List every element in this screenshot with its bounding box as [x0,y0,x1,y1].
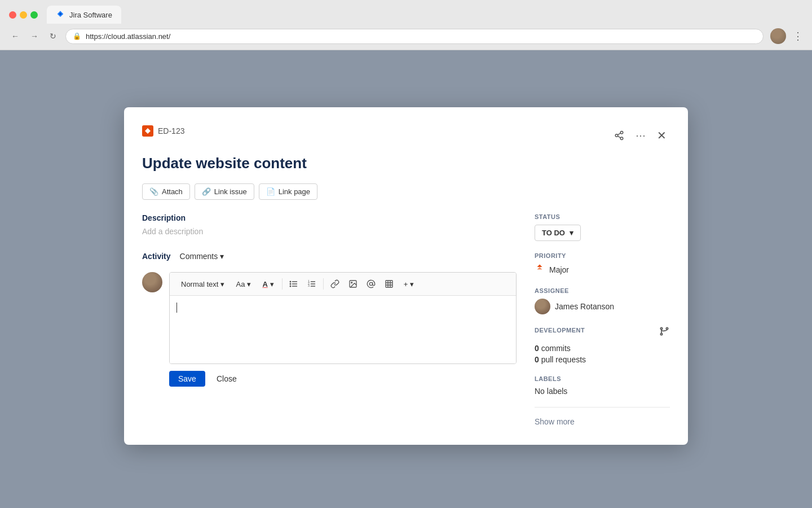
pull-requests-count: 0 [535,355,539,364]
priority-row: Major [535,264,670,276]
color-chevron: ▾ [270,280,274,288]
svg-point-5 [289,281,291,283]
assignee-section: ASSIGNEE James Rotanson [535,287,670,314]
assignee-label: ASSIGNEE [535,287,670,294]
status-dropdown[interactable]: TO DO ▾ [535,225,581,241]
more-toolbar-chevron: ▾ [410,280,414,288]
more-actions-button[interactable]: ⋯ [632,126,649,145]
status-value: TO DO [542,229,565,237]
text-style-label: Normal text [181,280,218,288]
attach-button[interactable]: 📎 Attach [142,183,190,200]
more-options-button[interactable]: ⋮ [793,30,803,42]
assignee-row: James Rotanson [535,299,670,314]
link-page-label: Link page [279,187,310,196]
share-button[interactable] [611,127,628,144]
address-bar[interactable]: 🔒 https://cloud.atlassian.net/ [65,29,764,44]
cursor [176,303,177,313]
forward-button[interactable]: → [28,29,41,43]
fullscreen-traffic-light[interactable] [30,11,38,19]
issue-id: ED-123 [158,126,184,135]
attach-icon: 📎 [149,187,158,196]
traffic-lights [9,11,38,19]
activity-label: Activity [142,252,171,261]
tab-title: Jira Software [69,11,112,19]
text-style-chevron: ▾ [220,280,224,288]
back-button[interactable]: ← [9,29,21,43]
description-placeholder[interactable]: Add a description [142,227,517,236]
modal-header: ED-123 ⋯ ✕ [142,125,670,146]
attach-label: Attach [162,187,183,196]
svg-point-7 [289,283,291,285]
page-icon: 📄 [266,187,275,196]
show-more-link[interactable]: Show more [535,417,575,426]
description-label: Description [142,213,517,222]
close-traffic-light[interactable] [9,11,16,19]
labels-value: No labels [535,387,670,396]
modal-right: STATUS TO DO ▾ PRIORITY Major [535,213,670,427]
image-button[interactable] [345,277,361,291]
svg-point-19 [369,282,372,285]
svg-point-9 [289,286,291,287]
development-section: DEVELOPMENT 0 commits [535,326,670,364]
user-avatar [142,272,162,292]
svg-point-1 [615,134,618,137]
save-button[interactable]: Save [169,371,205,387]
priority-icon [535,264,545,276]
svg-point-18 [351,282,352,283]
modal-header-left: ED-123 [142,125,611,141]
toolbar-divider-1 [282,278,283,290]
browser-chrome: Jira Software ← → ↻ 🔒 https://cloud.atla… [0,0,812,50]
comments-dropdown[interactable]: Comments ▾ [175,249,229,263]
svg-point-0 [620,132,623,134]
close-modal-button[interactable]: ✕ [654,125,670,146]
svg-text:3.: 3. [308,284,310,287]
modal-left: Description Add a description Activity C… [142,213,517,427]
close-editor-button[interactable]: Close [210,371,244,387]
reload-button[interactable]: ↻ [47,29,59,43]
text-style-dropdown[interactable]: Normal text ▾ [176,278,229,291]
create-branch-icon[interactable] [659,326,670,339]
status-chevron-icon: ▾ [570,229,573,237]
comment-area: Normal text ▾ Aa ▾ A ▾ [142,272,517,364]
link-page-button[interactable]: 📄 Link page [259,183,317,200]
priority-label: PRIORITY [535,252,670,259]
more-toolbar-button[interactable]: + ▾ [399,278,419,291]
commits-count: 0 [535,344,539,353]
modal-body: Description Add a description Activity C… [142,213,670,427]
jira-icon [56,10,65,19]
text-color-dropdown[interactable]: A ▾ [258,278,278,291]
status-label: STATUS [535,213,670,220]
more-toolbar-icon: + [404,280,408,288]
minimize-traffic-light[interactable] [20,11,27,19]
toolbar-divider-2 [323,278,324,290]
priority-value: Major [549,265,569,274]
development-label: DEVELOPMENT [535,327,585,334]
lock-icon: 🔒 [73,32,81,40]
dropdown-chevron-icon: ▾ [220,252,224,261]
svg-point-27 [660,327,662,329]
assignee-name: James Rotanson [555,302,614,311]
commits-label: commits [541,344,571,353]
comments-label: Comments [180,252,218,261]
link-issue-button[interactable]: 🔗 Link issue [195,183,254,200]
profile-button[interactable] [770,28,786,44]
font-size-dropdown[interactable]: Aa ▾ [231,278,255,291]
svg-point-2 [620,137,623,140]
svg-point-25 [660,333,662,335]
comment-editor[interactable]: Normal text ▾ Aa ▾ A ▾ [169,272,517,364]
bullet-list-button[interactable] [286,277,302,291]
issue-modal: ED-123 ⋯ ✕ Update website content 📎 Atta… [124,107,688,445]
text-color-icon: A [262,280,267,288]
priority-section: PRIORITY Major [535,252,670,276]
development-header: DEVELOPMENT [535,326,670,339]
table-button[interactable] [381,277,397,291]
activity-header: Activity Comments ▾ [142,249,517,263]
labels-label: LABELS [535,375,670,382]
numbered-list-button[interactable]: 1. 2. 3. [304,277,320,291]
link-button[interactable] [327,277,343,291]
commits-stat: 0 commits [535,344,670,353]
browser-tab[interactable]: Jira Software [47,6,121,24]
editor-content-area[interactable] [170,296,516,364]
issue-type-icon [142,125,153,137]
mention-button[interactable] [363,277,379,291]
